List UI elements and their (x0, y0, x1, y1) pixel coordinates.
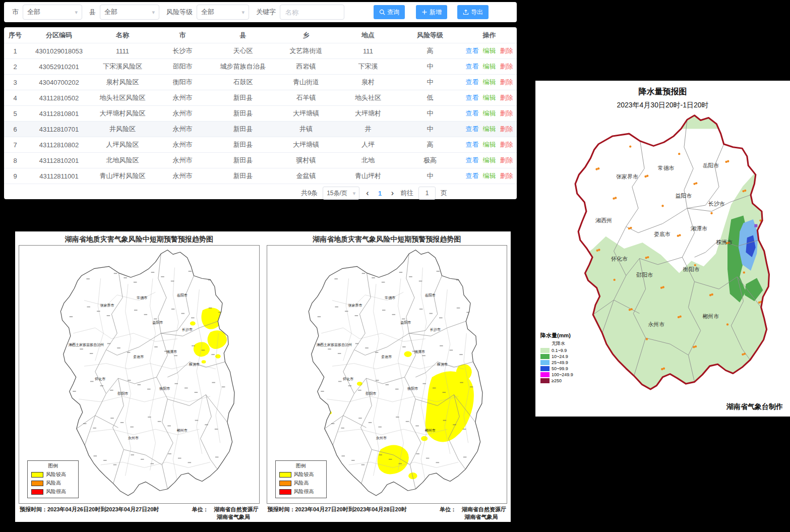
cell-ops: 查看编辑删除 (462, 59, 517, 75)
view-link[interactable]: 查看 (466, 141, 479, 148)
legend-swatch (279, 481, 291, 486)
next-page-button[interactable]: › (390, 189, 395, 197)
cell-county: 新田县 (212, 122, 274, 137)
svg-text:怀化市: 怀化市 (611, 256, 628, 262)
edit-link[interactable]: 编辑 (483, 125, 496, 133)
del-link[interactable]: 删除 (500, 47, 513, 54)
cell-place: 泉村 (338, 75, 398, 90)
trend-map-footer: 预报时间：2023年04月27日20时到2023年04月28日20时 单位： 湖… (267, 504, 508, 522)
cell-name: 1111 (92, 43, 153, 59)
edit-link[interactable]: 编辑 (483, 94, 496, 101)
del-link[interactable]: 删除 (500, 109, 513, 117)
header-code: 分区编码 (26, 28, 92, 43)
city-select[interactable]: 全部 ▾ (23, 5, 82, 20)
del-link[interactable]: 删除 (500, 63, 513, 70)
cell-code: 43052910201 (26, 59, 92, 75)
forecast-time: 预报时间：2023年04月26日20时到2023年04月27日20时 (20, 506, 159, 513)
del-link[interactable]: 删除 (500, 125, 513, 133)
svg-text:怀化市: 怀化市 (94, 377, 105, 381)
cell-name: 泉村风险区 (92, 75, 153, 90)
cell-town: 文艺路街道 (274, 43, 338, 59)
trend-map-title: 湖南省地质灾害气象风险中短期预警预报趋势图 (19, 234, 260, 244)
cell-name: 井风险区 (92, 122, 153, 137)
goto-page-input[interactable] (418, 187, 436, 200)
svg-text:长沙市: 长沙市 (182, 327, 193, 332)
search-button[interactable]: 查询 (374, 5, 405, 19)
page-number[interactable]: 1 (376, 190, 385, 197)
cell-code: 43112811001 (26, 168, 92, 184)
svg-text:衡阳市: 衡阳市 (683, 266, 700, 272)
legend-item: ≥250 (540, 378, 573, 383)
legend-item: 风险较高 (279, 471, 323, 478)
cell-county: 新田县 (212, 90, 274, 106)
cell-place: 井 (338, 122, 398, 137)
svg-text:张家界市: 张家界市 (100, 303, 114, 308)
cell-risk: 高 (398, 137, 462, 153)
legend-label: 风险较高 (46, 471, 66, 478)
table-row: 143010290180531111长沙市天心区文艺路街道111高查看编辑删除 (4, 43, 517, 59)
goto-unit: 页 (441, 189, 447, 198)
header-ops: 操作 (462, 28, 517, 43)
cell-code: 43112810701 (26, 122, 92, 137)
table-row: 443112810502地头社区风险区永州市新田县石羊镇地头社区低查看编辑删除 (4, 90, 517, 106)
legend-items: 风险较高风险高风险很高 (279, 471, 323, 495)
view-link[interactable]: 查看 (466, 109, 479, 117)
svg-text:岳阳市: 岳阳市 (702, 162, 719, 168)
unit-credit: 单位： 湖南省自然资源厅 湖南省气象局 (192, 506, 259, 521)
page-size-select[interactable]: 15条/页 ▾ (323, 187, 359, 200)
edit-link[interactable]: 编辑 (483, 141, 496, 148)
view-link[interactable]: 查看 (466, 94, 479, 101)
cell-town: 西岩镇 (274, 59, 338, 75)
edit-link[interactable]: 编辑 (483, 156, 496, 164)
del-link[interactable]: 删除 (500, 172, 513, 180)
svg-text:张家界市: 张家界市 (348, 303, 362, 308)
cell-place: 111 (338, 43, 398, 59)
add-button[interactable]: 新增 (416, 5, 447, 19)
cell-risk: 高 (398, 43, 462, 59)
keyword-input[interactable] (280, 5, 344, 20)
risk-select-value: 全部 (201, 8, 214, 17)
view-link[interactable]: 查看 (466, 78, 479, 86)
legend-label: 50~99.9 (552, 366, 568, 371)
view-link[interactable]: 查看 (466, 125, 479, 133)
cell-city: 永州市 (153, 168, 212, 184)
svg-text:张家界市: 张家界市 (616, 173, 638, 180)
edit-link[interactable]: 编辑 (483, 172, 496, 180)
svg-text:株洲市: 株洲市 (436, 362, 447, 367)
view-link[interactable]: 查看 (466, 63, 479, 70)
del-link[interactable]: 删除 (500, 78, 513, 86)
del-link[interactable]: 删除 (500, 94, 513, 101)
legend-items: 风险较高风险高风险很高 (31, 471, 75, 495)
svg-text:娄底市: 娄底市 (133, 354, 144, 359)
county-select[interactable]: 全部 ▾ (100, 5, 159, 20)
table-body: 143010290180531111长沙市天心区文艺路街道111高查看编辑删除2… (4, 43, 517, 184)
header-place: 地点 (338, 28, 398, 43)
edit-link[interactable]: 编辑 (483, 78, 496, 86)
del-link[interactable]: 删除 (500, 156, 513, 164)
prev-page-button[interactable]: ‹ (364, 189, 370, 197)
edit-link[interactable]: 编辑 (483, 109, 496, 117)
export-button[interactable]: 导出 (457, 5, 489, 19)
legend-label: 风险很高 (46, 488, 66, 495)
cell-county: 新田县 (212, 168, 274, 184)
pagination: 共9条 15条/页 ▾ ‹ 1 › 前往 页 (4, 185, 517, 201)
cell-code: 43112810801 (26, 106, 92, 122)
view-link[interactable]: 查看 (466, 47, 479, 54)
edit-link[interactable]: 编辑 (483, 47, 496, 54)
chevron-down-icon: ▾ (241, 9, 245, 16)
view-link[interactable]: 查看 (466, 156, 479, 164)
search-button-label: 查询 (387, 8, 399, 17)
svg-text:永州市: 永州市 (128, 436, 139, 440)
legend-title: 图例 (279, 462, 323, 469)
svg-text:常德市: 常德市 (658, 165, 675, 171)
cell-town: 井镇 (274, 122, 338, 137)
view-link[interactable]: 查看 (466, 172, 479, 180)
cell-county: 天心区 (212, 43, 274, 59)
del-link[interactable]: 删除 (500, 141, 513, 148)
risk-level-select[interactable]: 全部 ▾ (197, 5, 249, 20)
cell-place: 青山坪村 (338, 168, 398, 184)
edit-link[interactable]: 编辑 (483, 63, 496, 70)
cell-city: 永州市 (153, 153, 212, 168)
cell-name: 北地风险区 (92, 153, 153, 168)
cell-no: 4 (4, 90, 26, 106)
